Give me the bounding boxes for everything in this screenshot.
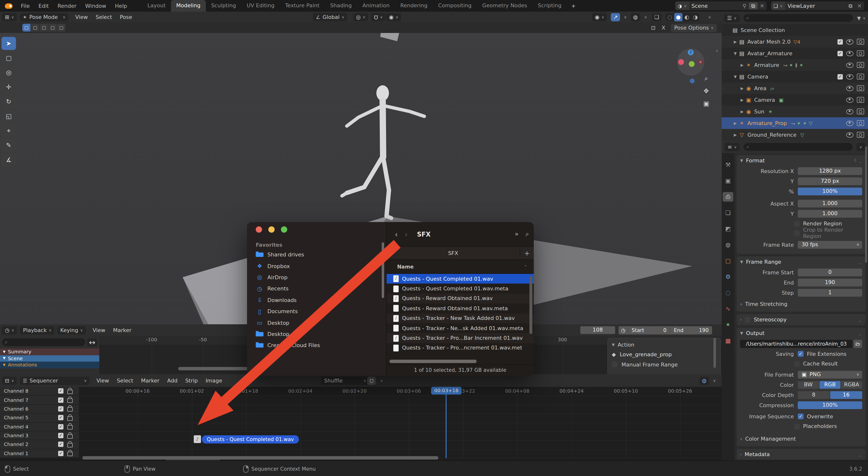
workspace-tab[interactable]: Geometry Nodes — [477, 0, 533, 12]
topbar-menu-item[interactable]: Render — [53, 3, 81, 9]
channel-mute-checkbox[interactable]: ✓ — [58, 388, 63, 394]
proportional-edit-button[interactable]: ◉∨ — [386, 13, 401, 21]
tool-button[interactable]: ∡ — [1, 153, 16, 166]
channel-lock-icon[interactable] — [67, 398, 73, 403]
sequencer-channel-row[interactable]: Channel 3 ✓ — [0, 432, 79, 440]
timeline-channel-annotations[interactable]: ▼Annotations — [0, 362, 99, 368]
scene-name[interactable]: Scene — [689, 1, 710, 10]
channel-lock-icon[interactable] — [67, 443, 73, 447]
overlays-toggle[interactable]: ◍ — [631, 13, 640, 21]
expander-icon[interactable]: ▶ — [739, 109, 745, 114]
sidebar-item[interactable]: Shared drives — [252, 249, 379, 261]
sequencer-view-type-dropdown[interactable]: ☰Sequencer∨ — [20, 377, 90, 385]
close-window-button[interactable] — [256, 226, 262, 233]
expander-icon[interactable]: ▶ — [733, 121, 738, 125]
action-panel-title[interactable]: Action — [618, 341, 634, 348]
current-frame-field[interactable]: 108 — [580, 326, 615, 334]
outliner-item-label[interactable]: Sun — [754, 108, 764, 115]
compression-slider[interactable]: 100% — [798, 401, 862, 409]
resolution-x-field[interactable]: 1280 px — [798, 167, 862, 175]
collection-checkbox[interactable]: ✓ — [837, 51, 843, 56]
audio-strip[interactable]: ♪ Quests - Quest Completed 01.wav — [194, 435, 299, 443]
hide-eye-icon[interactable] — [846, 109, 854, 114]
topbar-menu-item[interactable]: Window — [81, 3, 111, 9]
snap-dropdown[interactable]: ∨ — [380, 378, 383, 383]
expander-icon[interactable]: ▶ — [739, 98, 745, 102]
list-column-header[interactable]: Name⌃ — [386, 260, 534, 274]
frame-end-field[interactable]: 190 — [798, 279, 862, 287]
outliner-item-label[interactable]: Camera — [747, 73, 768, 80]
transform-orientation[interactable]: ∠Global∨ — [313, 13, 347, 21]
panel-options-icon[interactable]: ⣀ — [859, 260, 862, 264]
sequencer-hscrollbar[interactable] — [82, 456, 438, 459]
outliner-item-label[interactable]: Scene Collection — [741, 27, 785, 33]
outliner-item-label[interactable]: Camera — [754, 97, 775, 103]
axis-x-neg-handle[interactable]: ✕ — [698, 59, 703, 65]
shading-dropdown[interactable]: ∨ — [708, 15, 711, 19]
viewport-menu-item[interactable]: Pose — [116, 14, 136, 20]
select-mode-invert[interactable]: ▢ — [49, 24, 57, 31]
expander-icon[interactable]: ▼ — [733, 51, 738, 56]
sequencer-menu-item[interactable]: Marker — [137, 377, 163, 384]
pin-icon[interactable]: ⚲ — [740, 1, 749, 10]
timeline-channel-scene[interactable]: ▼Scene — [0, 355, 99, 362]
pivot-point-button[interactable]: ◎∨ — [353, 13, 368, 21]
start-frame-field[interactable]: Start0 — [628, 327, 671, 333]
channel-lock-icon[interactable] — [67, 408, 73, 412]
sequencer-menu-item[interactable]: View — [93, 377, 113, 384]
topbar-menu-item[interactable]: Edit — [34, 3, 53, 9]
aspect-y-field[interactable]: 1.000 — [798, 210, 862, 218]
workspace-tab[interactable]: Animation — [357, 0, 395, 12]
render-camera-icon[interactable] — [857, 97, 864, 103]
tool-button[interactable]: ➤ — [1, 37, 16, 50]
properties-tab[interactable]: ⚙ — [723, 272, 733, 281]
channel-mute-checkbox[interactable]: ✓ — [58, 397, 63, 403]
channel-mute-checkbox[interactable]: ✓ — [58, 451, 63, 456]
viewport-menu-item[interactable]: View — [71, 14, 92, 20]
sidebar-collapse-arrow[interactable]: ‹ — [716, 48, 718, 54]
sequencer-overlay-toggle[interactable]: ◍ — [700, 377, 709, 385]
select-mode-intersect[interactable]: ▢ — [57, 24, 66, 31]
properties-search-input[interactable]: ⌕ — [744, 143, 852, 151]
expander-icon[interactable]: ▶ — [739, 63, 745, 67]
outliner-row[interactable]: ▶ ✴ Armature ↝✶≬✴ — [722, 59, 868, 71]
remove-viewlayer-icon[interactable]: ✕ — [855, 1, 864, 10]
editor-type-button[interactable]: ⊞∨ — [2, 13, 17, 21]
sidebar-item[interactable]: ⇩ Downloads — [252, 295, 379, 306]
timeline-search-input[interactable]: ⌕ — [2, 338, 85, 346]
hide-eye-icon[interactable] — [846, 51, 854, 56]
open-folder-icon[interactable]: 🗁 — [854, 339, 862, 348]
file-list-scrollbar[interactable] — [529, 276, 532, 334]
channel-lock-icon[interactable] — [67, 389, 73, 394]
file-row[interactable]: Quests - Tracker - Pro...ncrement 01.wav… — [386, 343, 534, 353]
camera-view-dot[interactable] — [690, 79, 694, 83]
workspace-tab[interactable]: Layout — [142, 0, 171, 12]
xray-toggle[interactable]: ❏ — [652, 13, 662, 21]
overlap-mode-dropdown[interactable]: Shuffle∨ — [321, 377, 369, 385]
object-visibility-button[interactable]: ◉∨ — [592, 13, 607, 21]
aspect-x-field[interactable]: 1.000 — [798, 200, 862, 207]
workspace-tab[interactable]: Modeling — [171, 0, 206, 12]
outliner-row[interactable]: ▼ ▤ Avatar_Armature ✓ — [722, 48, 868, 59]
outliner-row[interactable]: ▶ ◉ Sun ☀ — [722, 106, 868, 117]
sequencer-menu-item[interactable]: Add — [163, 377, 181, 384]
properties-tab[interactable]: ▦ — [723, 336, 733, 346]
file-row[interactable]: ♪ Quests - Reward Obtained 01.wav — [386, 294, 534, 304]
output-path-field[interactable]: /Users/martinshibu...rence/introAnim_03 — [740, 339, 852, 348]
shading-material-button[interactable]: ◐ — [682, 14, 691, 20]
axis-y-handle[interactable] — [689, 61, 694, 67]
new-tab-button[interactable]: + — [520, 249, 534, 257]
sequencer-channel-row[interactable]: Channel 7 ✓ — [0, 396, 79, 405]
navigation-gizmo[interactable]: Z ✕ — [677, 49, 704, 76]
expander-icon[interactable]: ▼ — [733, 75, 738, 79]
file-row[interactable]: ♪ Quests - Quest Completed 01.wav — [386, 274, 534, 284]
properties-tab[interactable]: ⎙ — [723, 192, 733, 202]
channel-mute-checkbox[interactable]: ✓ — [58, 406, 63, 412]
file-format-dropdown[interactable]: ▣PNG∨ — [798, 371, 862, 379]
sequencer-ruler[interactable]: 00:00+1600:01+0200:01+1800:02+0400:02+20… — [79, 387, 722, 395]
properties-tab[interactable]: ◩ — [723, 224, 733, 234]
channel-mute-checkbox[interactable]: ✓ — [58, 415, 63, 420]
tool-button[interactable]: ⌖ — [1, 124, 16, 137]
gizmos-dropdown[interactable]: ∨ — [624, 15, 627, 19]
outliner-row[interactable]: ▤ Scene Collection — [722, 24, 868, 36]
